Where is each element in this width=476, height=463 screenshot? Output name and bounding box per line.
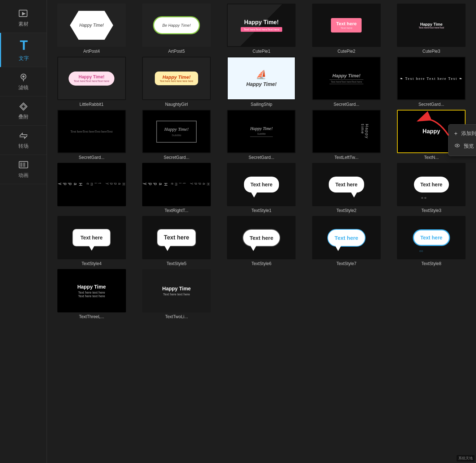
grid-item-secretgard1[interactable]: Happy Time! Text hereText hereText here … (305, 57, 387, 107)
secretgard4-preview: Happy Time! Subtitle (143, 111, 210, 152)
textstyle2-preview: Text here (313, 164, 380, 205)
thumb-cutepie1: Happy Time! Text hereText hereText here (227, 4, 296, 47)
speech-bubble-5: Text here (157, 229, 196, 247)
thumb-textlefttw: Happytime (312, 110, 381, 153)
sidebar-item-wenzi[interactable]: T 文字 (0, 33, 47, 67)
thumb-sailingship: ⛵ Happy Time! (227, 57, 296, 100)
grid-label-cutepie3: CutePie3 (423, 49, 440, 54)
svg-point-2 (22, 75, 25, 78)
grid-item-textrightt[interactable]: Happy Happytime TextRightT... (135, 163, 217, 213)
context-preview-label: 预览 (464, 143, 474, 150)
grid-item-textna2[interactable]: Happy Happytime (51, 163, 132, 213)
littlerabbit1-preview: Happy Time! Text hereText hereText here (58, 57, 125, 99)
grid-item-cutepie1[interactable]: Happy Time! Text hereText hereText here … (220, 4, 302, 54)
cutepie1-preview: Happy Time! Text hereText hereText here (228, 4, 295, 46)
grid-item-secretgard5[interactable]: Happy Time! Subtitle SecretGard... (220, 110, 302, 160)
grid-item-cutepie3[interactable]: Happy Time Text hereTool hereTool CutePi… (390, 4, 472, 54)
grid-label-textlefttw: TextLeftTw... (335, 155, 359, 160)
sidebar-label-diefu: 叠附 (18, 114, 29, 120)
grid-label-secretgard2: SecretGard... (419, 102, 444, 107)
grid-item-textstyle6[interactable]: Text here TextStyle6 (220, 216, 302, 266)
secretgard2-preview: ❧ Text here Text here Text ❧ (398, 57, 465, 99)
texttwoli-preview: Happy Time Text here text here (143, 270, 210, 312)
thumb-textthreelines: Happy Time Text here text hereText here … (57, 269, 126, 312)
sidebar-label-wenzi: 文字 (19, 55, 29, 62)
grid-label-textstyle7: TextStyle7 (336, 261, 356, 266)
overlay-icon (18, 101, 29, 112)
grid-item-artpost5[interactable]: Be Happy Time! ArtPost5 (135, 4, 217, 54)
thumb-textrightt: Happy Happytime (142, 163, 211, 206)
thumb-littlerabbit1: Happy Time! Text hereText hereText here (57, 57, 126, 100)
speech-bubble-1: Text here (244, 177, 279, 192)
speech-bubble-8: Text here (413, 229, 450, 246)
grid-item-textnormal[interactable]: Happy TextN... + 添加到轨道 预览 (390, 110, 472, 160)
thumb-textna2: Happy Happytime (57, 163, 126, 206)
grid-item-textstyle1[interactable]: Text here TextStyle1 (220, 163, 302, 213)
speech-bubble-3: Text here (414, 177, 449, 192)
sidebar-item-lvjing[interactable]: 滤镜 (0, 67, 47, 96)
grid-item-textstyle3[interactable]: Text here TextStyle3 (390, 163, 472, 213)
grid-item-secretgard2[interactable]: ❧ Text here Text here Text ❧ SecretGard.… (390, 57, 472, 107)
plus-icon: + (454, 130, 458, 137)
grid-item-textstyle2[interactable]: Text here TextStyle2 (305, 163, 387, 213)
svg-marker-4 (21, 104, 26, 109)
sidebar-item-sucai[interactable]: 素材 (0, 4, 47, 33)
secretgard3-preview: Text hereText hereText hereText (58, 111, 125, 152)
speech-bubble-6: Text here (243, 229, 281, 247)
sidebar-item-diefu[interactable]: 叠附 (0, 96, 47, 126)
secretgard1-preview: Happy Time! Text hereText hereText here (313, 57, 380, 99)
svg-rect-6 (20, 163, 22, 167)
sidebar-label-lvjing: 滤镜 (18, 85, 29, 91)
context-menu-preview[interactable]: 预览 (449, 140, 476, 153)
grid-label-secretgard4: SecretGard... (163, 155, 189, 160)
context-menu: + 添加到轨道 预览 (448, 124, 476, 156)
grid-item-textstyle8[interactable]: Text here TextStyle8 (390, 216, 472, 266)
textstyle5-preview: Text here (143, 217, 210, 259)
grid-item-texttwoli[interactable]: Happy Time Text here text here TextTwoLi… (135, 269, 217, 319)
context-menu-add-track[interactable]: + 添加到轨道 (449, 127, 476, 140)
thumb-textstyle4: Text here (57, 216, 126, 259)
grid-item-sailingship[interactable]: ⛵ Happy Time! SailingShip (220, 57, 302, 107)
grid-item-cutepie2[interactable]: Text here Text here CutePie2 (305, 4, 387, 54)
text-icon: T (20, 38, 28, 53)
sidebar-item-donghua[interactable]: 动画 (0, 155, 47, 184)
grid-label-textthreelines: TextThreeL... (79, 314, 104, 319)
thumb-textstyle5: Text here (142, 216, 211, 259)
secretgard5-preview: Happy Time! Subtitle (228, 111, 295, 152)
speech-bubble-2: Text here (329, 177, 364, 192)
thumb-textstyle8: Text here (397, 216, 466, 259)
grid-item-textthreelines[interactable]: Happy Time Text here text hereText here … (51, 269, 132, 319)
context-add-track-label: 添加到轨道 (461, 130, 476, 137)
sailingship-preview: ⛵ Happy Time! (228, 57, 295, 99)
grid-label-textrightt: TextRightT... (165, 208, 188, 213)
cutepie3-preview: Happy Time Text hereTool hereTool (398, 4, 465, 46)
grid-label-textstyle1: TextStyle1 (252, 208, 271, 213)
main-content: Happy Time! ArtPost4 Be Happy Time! ArtP… (47, 0, 476, 463)
artpost5-preview: Be Happy Time! (153, 16, 200, 34)
grid-label-textstyle8: TextStyle8 (422, 261, 441, 266)
grid-item-textstyle5[interactable]: Text here TextStyle5 (135, 216, 217, 266)
grid-item-textstyle7[interactable]: Text here TextStyle7 (305, 216, 387, 266)
svg-point-9 (457, 145, 458, 146)
grid-item-littlerabbit1[interactable]: Happy Time! Text hereText hereText here … (51, 57, 132, 107)
grid-item-artpost4[interactable]: Happy Time! ArtPost4 (51, 4, 132, 54)
sidebar-item-zhuanchang[interactable]: 转场 (0, 126, 47, 155)
grid-label-textstyle2: TextStyle2 (336, 208, 356, 213)
grid-label-textstyle5: TextStyle5 (166, 261, 186, 266)
textstyle6-preview: Text here (228, 217, 295, 259)
grid-label-naughtygirl: NaughtyGirl (165, 102, 188, 107)
grid-label-sailingship: SailingShip (250, 102, 272, 107)
grid-item-naughtygirl[interactable]: Happy Time! Text here here here here her… (135, 57, 217, 107)
grid-label-artpost4: ArtPost4 (83, 49, 100, 54)
grid-label-textstyle6: TextStyle6 (252, 261, 271, 266)
animation-icon (18, 160, 29, 170)
grid-item-textstyle4[interactable]: Text here TextStyle4 (51, 216, 132, 266)
video-icon (18, 9, 29, 19)
grid-item-secretgard3[interactable]: Text hereText hereText hereText SecretGa… (51, 110, 132, 160)
grid-label-littlerabbit1: LittleRabbit1 (79, 102, 104, 107)
grid-label-cutepie2: CutePie2 (337, 49, 355, 54)
grid-item-textlefttw[interactable]: Happytime TextLeftTw... (305, 110, 387, 160)
grid-item-secretgard4[interactable]: Happy Time! Subtitle SecretGard... (135, 110, 217, 160)
sidebar-label-donghua: 动画 (18, 172, 29, 179)
thumb-artpost4: Happy Time! (57, 4, 126, 47)
